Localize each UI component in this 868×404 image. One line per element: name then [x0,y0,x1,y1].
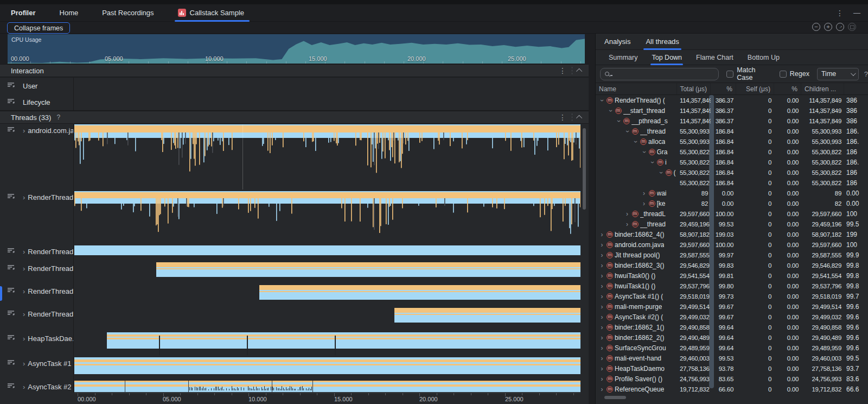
chevron-collapsed-icon[interactable]: › [599,282,605,290]
thread-track[interactable]: ›AsyncTask #2 [0,381,589,392]
chevron-expanded-icon[interactable]: › [623,128,631,134]
collapse-frames-button[interactable]: Collapse frames [7,22,70,34]
chevron-right-icon[interactable]: › [23,127,25,135]
thread-track[interactable]: ›android.com.ja... [0,124,589,190]
tab-top-down[interactable]: Top Down [652,50,682,65]
thread-label[interactable]: ›RenderThread [0,193,73,201]
chevron-collapsed-icon[interactable]: › [599,303,605,311]
interaction-section-header[interactable]: Interaction ⋮ [0,64,589,77]
table-row[interactable]: ›m__pthread_s114,357,849386.3700.00114,3… [596,116,868,126]
thread-label[interactable]: ›RenderThread [0,248,73,256]
table-horizontal-scrollbar[interactable] [604,396,626,399]
thread-tracks-area[interactable]: ›AsyncTask #2›AsyncTask #1›HeapTaskDae..… [0,124,589,404]
table-row[interactable]: ›mbinder:16862_3()29,546,82999.8300.0029… [596,260,868,270]
col-children[interactable]: Children ... [801,83,844,94]
chevron-right-icon[interactable]: › [23,248,25,256]
search-box[interactable] [600,68,719,80]
col-self[interactable]: Self (μs) [736,83,774,94]
table-row[interactable]: ›m__start_thread114,357,849386.3700.0011… [596,105,868,116]
tab-flame-chart[interactable]: Flame Chart [696,50,733,65]
zoom-out-icon[interactable] [812,23,820,31]
reset-zoom-icon[interactable] [836,23,844,31]
chevron-expanded-icon[interactable]: › [640,149,648,155]
tab-summary[interactable]: Summary [609,50,637,65]
interaction-kebab-icon[interactable]: ⋮ [559,66,566,75]
thread-track[interactable]: ›RenderThread [0,245,589,255]
thread-label[interactable]: ›AsyncTask #1 [0,359,73,368]
thread-label[interactable]: ›AsyncTask #2 [0,383,73,391]
chevron-expanded-icon[interactable]: › [598,97,606,103]
table-row[interactable]: ›mRenderThread() (114,357,849386.3700.00… [596,95,868,105]
table-row[interactable]: ›mbinder:16862_2()29,490,48999.6400.0029… [596,332,868,343]
chevron-collapsed-icon[interactable]: › [599,386,605,393]
collapse-section-icon[interactable] [576,68,582,74]
tab-analysis[interactable]: Analysis [604,34,630,50]
col-total[interactable]: Total (μs) [677,83,711,94]
interaction-row-lifecycle[interactable]: Lifecycle [0,94,589,111]
thread-track[interactable]: ›RenderThread [0,262,589,277]
threads-kebab-icon[interactable]: ⋮ [559,113,566,122]
thread-label[interactable]: ›RenderThread [0,287,73,295]
table-row[interactable]: ›mandroid.com.java29,597,660100.0000.002… [596,239,868,250]
chevron-expanded-icon[interactable]: › [632,138,640,144]
thread-track[interactable]: ›RenderThread [0,191,589,244]
tab-home[interactable]: Home [60,4,79,22]
table-row[interactable]: ›mHeapTaskDaemo27,758,13693.7800.0027,75… [596,363,868,374]
table-row[interactable]: ›m(55,300,822186.8400.0055,300,822186 [596,167,868,178]
thread-label[interactable]: ›HeapTaskDae... [0,334,73,343]
table-row[interactable]: ›m__thread29,459,19699.5300.0029,459,196… [596,219,868,229]
interaction-row-user[interactable]: User [0,78,589,94]
table-row[interactable]: ›mhwuiTask1() ()29,537,79699.8000.0029,5… [596,281,868,291]
thread-label[interactable]: ›android.com.ja... [0,127,73,135]
table-row[interactable]: ›mAsyncTask #2() (29,499,03299.6700.0029… [596,312,868,322]
time-filter-dropdown[interactable]: Time [817,68,859,80]
table-row[interactable]: 55,300,822186.8400.0055,300,822186 [596,178,868,188]
table-row[interactable]: ›mReferenceQueue19,712,83266.6000.0019,7… [596,384,868,394]
tab-all-threads[interactable]: All threads [646,34,679,50]
chevron-collapsed-icon[interactable]: › [641,200,647,207]
tab-past-recordings[interactable]: Past Recordings [102,4,154,22]
thread-track[interactable]: ›AsyncTask #1 [0,357,589,374]
chevron-collapsed-icon[interactable]: › [599,324,605,331]
search-input[interactable] [614,70,695,78]
chevron-expanded-icon[interactable]: › [615,118,623,124]
table-row[interactable]: ›m[ke820.0000.00820.00 [596,198,868,209]
col-name[interactable]: Name [596,83,677,94]
chevron-collapsed-icon[interactable]: › [599,355,605,362]
table-row[interactable]: ›mbinder:16862_4()58,907,182199.0300.005… [596,229,868,239]
chevron-right-icon[interactable]: › [23,287,25,295]
thread-label[interactable]: ›RenderThread [0,310,73,318]
chevron-right-icon[interactable]: › [23,334,25,343]
table-row[interactable]: ›mi55,300,822186.8400.0055,300,822186. [596,157,868,167]
chevron-collapsed-icon[interactable]: › [599,313,605,321]
table-row[interactable]: ›mAsyncTask #1() (29,518,01999.7300.0029… [596,291,868,301]
minimize-icon[interactable]: — [853,9,860,17]
chevron-collapsed-icon[interactable]: › [599,293,605,300]
collapse-section-icon[interactable] [576,115,582,121]
regex-checkbox[interactable] [780,71,787,78]
table-row[interactable]: ›mwai890.0000.00890.00 [596,188,868,198]
chevron-right-icon[interactable]: › [23,383,25,391]
zoom-in-icon[interactable] [824,23,832,31]
table-row[interactable]: ›mhwuiTask0() ()29,541,55499.8100.0029,5… [596,270,868,281]
chevron-collapsed-icon[interactable]: › [599,231,605,238]
cpu-usage-chart[interactable]: CPU Usage 00.00005.00010.00015.00020.000… [8,34,585,64]
threads-help-icon[interactable]: ? [56,113,60,121]
chevron-collapsed-icon[interactable]: › [599,375,605,383]
thread-track[interactable]: ›RenderThread [0,308,589,323]
chevron-collapsed-icon[interactable]: › [641,190,647,197]
table-row[interactable]: ›mSurfaceSyncGrou29,489,95999.6400.0029,… [596,343,868,353]
table-row[interactable]: ›mGra55,300,822186.8400.0055,300,822186 [596,147,868,157]
chevron-expanded-icon[interactable]: › [607,108,614,113]
chevron-collapsed-icon[interactable]: › [599,262,605,269]
tabbar-kebab-icon[interactable]: ⋮ [836,9,844,17]
table-row[interactable]: ›m_threadL29,597,660100.0000.0029,597,66… [596,209,868,219]
table-row[interactable]: ›mbinder:16862_1()29,490,85899.6400.0029… [596,322,868,332]
thread-track[interactable]: ›HeapTaskDae... [0,332,589,349]
thread-track[interactable]: ›RenderThread [0,285,589,300]
col-self-pct[interactable]: % [774,83,801,94]
filter-help-icon[interactable]: ? [864,70,868,78]
thread-label[interactable]: ›RenderThread [0,264,73,273]
match-case-checkbox[interactable] [726,71,733,78]
table-row[interactable]: ›mmali-event-hand29,460,00399.5300.0029,… [596,353,868,363]
